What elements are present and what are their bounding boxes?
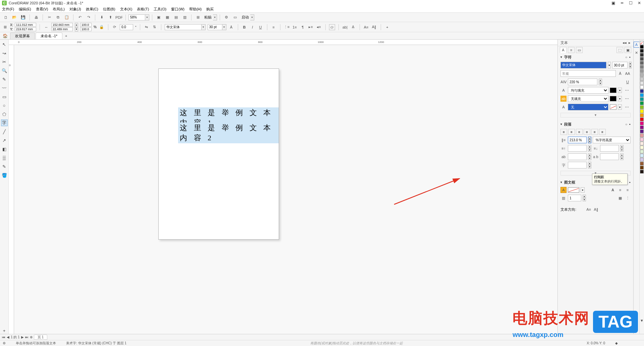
swatch[interactable] bbox=[640, 81, 644, 85]
home-tab-icon[interactable]: 🏠 bbox=[1, 33, 9, 39]
sample-text-2[interactable]: 这 里 是 举 例 文 本 内 容 2 bbox=[178, 122, 279, 143]
mirror-v-icon[interactable]: ⇅ bbox=[152, 24, 158, 30]
size-drop-icon[interactable]: ▼ bbox=[222, 24, 226, 30]
ellipse-tool-icon[interactable]: ○ bbox=[1, 102, 8, 109]
options-icon[interactable]: ⚙ bbox=[223, 14, 230, 21]
indent-dec-icon[interactable]: ◂≡ bbox=[316, 24, 322, 30]
polygon-tool-icon[interactable]: ⬠ bbox=[1, 111, 8, 117]
artistic-tool-icon[interactable]: 〰 bbox=[1, 85, 8, 91]
menu-layout[interactable]: 布局(L) bbox=[53, 7, 64, 12]
variable-font-icon[interactable]: Ā bbox=[228, 24, 234, 30]
save-icon[interactable]: 💾 bbox=[19, 14, 27, 21]
outline-more-icon[interactable]: ⋯ bbox=[623, 104, 631, 110]
strip-effects-icon[interactable]: ✕ bbox=[634, 50, 640, 56]
grid-icon[interactable]: ▤ bbox=[172, 14, 180, 21]
docker-opt-icon[interactable]: ▣ bbox=[625, 47, 631, 53]
dir-v-icon[interactable]: A‖ bbox=[593, 206, 599, 212]
text-tool-icon[interactable]: 字 bbox=[1, 119, 8, 126]
swatch-none[interactable] bbox=[640, 41, 644, 45]
indent-inc-icon[interactable]: ▸≡ bbox=[308, 24, 314, 30]
menu-buy[interactable]: 购买 bbox=[206, 7, 214, 12]
allcaps-icon[interactable]: AA bbox=[625, 70, 631, 77]
char-opt-icon[interactable]: ▪ bbox=[629, 55, 631, 59]
swatch[interactable] bbox=[640, 126, 644, 129]
rotate-input[interactable] bbox=[120, 24, 133, 30]
paste-icon[interactable]: 📋 bbox=[63, 14, 70, 21]
swatch[interactable] bbox=[640, 65, 644, 69]
snap-icon[interactable]: ▦ bbox=[164, 14, 171, 21]
size-down-icon[interactable]: ▼ bbox=[75, 27, 78, 32]
zoom-input[interactable] bbox=[128, 14, 145, 20]
menu-file[interactable]: 文件(F) bbox=[2, 7, 14, 12]
frame-fill-icon[interactable]: A bbox=[560, 187, 567, 193]
pdf-icon[interactable]: PDF bbox=[115, 14, 123, 21]
swatch[interactable] bbox=[640, 77, 644, 81]
columns-input[interactable] bbox=[568, 195, 581, 201]
docker-font-input[interactable] bbox=[560, 62, 606, 68]
frame-vert-mid-icon[interactable]: ≡ bbox=[617, 187, 623, 193]
line-spacing-down[interactable]: ▼ bbox=[588, 140, 591, 143]
swatch[interactable] bbox=[640, 170, 644, 174]
align-center-icon[interactable]: ≡ bbox=[576, 129, 583, 135]
text-align-icon[interactable]: ≡ bbox=[271, 24, 277, 30]
char-reset-icon[interactable]: ○ bbox=[625, 55, 627, 59]
launch-button[interactable]: 启动 bbox=[240, 15, 250, 20]
align-force-icon[interactable]: ≡ bbox=[599, 129, 606, 135]
maximize-icon[interactable]: ☐ bbox=[628, 1, 633, 5]
edit-text-icon[interactable]: O bbox=[329, 24, 335, 30]
frame-cols-icon[interactable]: ▦ bbox=[617, 195, 623, 201]
swatch[interactable] bbox=[640, 154, 644, 157]
underline2-icon[interactable]: U bbox=[625, 79, 631, 85]
dir-h-icon[interactable]: A≡ bbox=[586, 206, 592, 212]
docker-new-icon[interactable]: ⬚ bbox=[616, 47, 623, 53]
align-none-icon[interactable]: ≡ bbox=[560, 129, 567, 135]
bgfill-swatch[interactable] bbox=[610, 96, 616, 101]
swatch[interactable] bbox=[640, 117, 644, 121]
outline-swatch[interactable] bbox=[610, 104, 616, 110]
swatch[interactable] bbox=[640, 142, 644, 145]
script-icon[interactable]: Ā bbox=[617, 70, 623, 77]
swatch[interactable] bbox=[640, 73, 644, 77]
char-spacing-input[interactable] bbox=[568, 153, 587, 160]
menu-tools[interactable]: 工具(O) bbox=[154, 7, 166, 12]
swatch[interactable] bbox=[640, 166, 644, 169]
line-unit-select[interactable]: %字符高度 bbox=[593, 137, 631, 143]
bgfill-select[interactable]: 无填充 bbox=[568, 95, 608, 102]
swatch[interactable] bbox=[640, 150, 644, 153]
docker-size-input[interactable] bbox=[612, 62, 628, 68]
help-icon[interactable]: ▣ bbox=[610, 1, 616, 5]
mirror-h-icon[interactable]: ⇋ bbox=[144, 24, 150, 30]
close-icon[interactable]: ✕ bbox=[637, 1, 642, 5]
cut-icon[interactable]: ✂ bbox=[46, 14, 53, 21]
outline-select[interactable]: 无 bbox=[568, 104, 608, 110]
align-right-icon[interactable]: ≡ bbox=[584, 129, 590, 135]
docker-font-drop-icon[interactable]: ▼ bbox=[608, 62, 611, 68]
undo-icon[interactable]: ↶ bbox=[76, 14, 84, 21]
pick-tool-icon[interactable]: ↖ bbox=[1, 41, 8, 48]
coord-x-input[interactable] bbox=[15, 23, 36, 27]
palette-down-icon[interactable]: ▼ bbox=[639, 317, 644, 324]
docker-tab-char[interactable]: A bbox=[560, 47, 567, 53]
docker-tab-para[interactable]: ≡ bbox=[568, 47, 575, 53]
swatch[interactable] bbox=[640, 53, 644, 57]
swatch[interactable] bbox=[640, 134, 644, 137]
text-dir-v-icon[interactable]: A‖ bbox=[371, 24, 377, 30]
char-expand[interactable]: ▼ bbox=[560, 113, 631, 117]
last-page-icon[interactable]: ⏭ bbox=[25, 335, 29, 339]
open-icon[interactable]: 📂 bbox=[11, 14, 18, 21]
swatch[interactable] bbox=[640, 85, 644, 89]
menu-table[interactable]: 表格(T) bbox=[137, 7, 149, 12]
fullscreen-icon[interactable]: ▣ bbox=[155, 14, 162, 21]
after-para-input[interactable] bbox=[600, 145, 619, 152]
frame-overflow-icon[interactable]: ⋮ bbox=[625, 195, 631, 201]
redo-icon[interactable]: ↷ bbox=[85, 14, 92, 21]
tab-document[interactable]: 未命名 -1* bbox=[36, 33, 62, 39]
first-page-icon[interactable]: ⏮ bbox=[2, 335, 5, 339]
paste-button[interactable]: 粘贴 bbox=[203, 15, 213, 20]
next-page-icon[interactable]: ▶ bbox=[21, 335, 24, 339]
minimize-icon[interactable]: ━ bbox=[619, 1, 625, 5]
fill-tool-icon[interactable]: 🪣 bbox=[1, 172, 8, 179]
shape-tool-icon[interactable]: ↝ bbox=[1, 50, 8, 56]
dropcap-icon[interactable]: ¶ bbox=[300, 24, 306, 30]
menu-window[interactable]: 窗口(W) bbox=[171, 7, 184, 12]
